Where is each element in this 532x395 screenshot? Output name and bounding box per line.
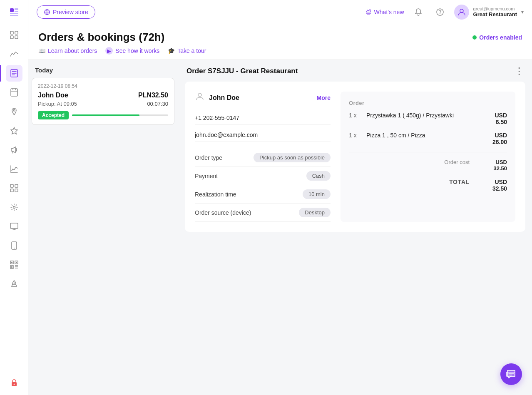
svg-rect-4 xyxy=(10,15,18,16)
page-links: 📖 Learn about orders ▶ See how it works … xyxy=(38,47,522,55)
take-tour-link[interactable]: 🎓 Take a tour xyxy=(168,47,206,54)
sidebar-item-chart[interactable] xyxy=(6,161,22,177)
order-item-row-2: 1 x Pizza 1 , 50 cm / Pizza USD26.00 xyxy=(349,132,507,145)
sidebar-item-tablet[interactable] xyxy=(6,237,22,254)
order-amount: PLN32.50 xyxy=(138,92,168,99)
order-total-row: TOTAL USD32.50 xyxy=(349,175,507,195)
main-area: Preview store What's new xyxy=(28,0,532,395)
sidebar-item-lock[interactable] xyxy=(6,374,22,391)
payment-value: Cash xyxy=(306,171,331,181)
body-area: Today 2022-12-19 08:54 John Doe PLN32.50… xyxy=(28,60,532,395)
payment-label: Payment xyxy=(195,173,218,179)
sidebar-item-dashboard[interactable] xyxy=(6,27,22,43)
page-header: Orders & bookings (72h) Orders enabled 📖… xyxy=(28,24,532,60)
user-name: Great Restaurant xyxy=(473,11,517,17)
item-2-name: Pizza 1 , 50 cm / Pizza xyxy=(366,132,487,139)
item-1-price: USD6.50 xyxy=(495,112,507,125)
order-detail-left: John Doe More +1 202-555-0147 john.doe@e… xyxy=(195,92,331,222)
order-timestamp: 2022-12-19 08:54 xyxy=(38,83,168,89)
notifications-button[interactable] xyxy=(411,5,426,20)
svg-point-48 xyxy=(460,9,463,12)
order-detail: Order S7SJJU - Great Restaurant ⋮ xyxy=(178,60,532,395)
payment-row: Payment Cash xyxy=(195,167,331,185)
sidebar-item-book[interactable] xyxy=(6,84,22,101)
svg-point-23 xyxy=(13,206,15,209)
customer-more-link[interactable]: More xyxy=(317,94,331,101)
order-customer-name: John Doe xyxy=(38,92,68,99)
sidebar xyxy=(0,0,28,395)
svg-rect-22 xyxy=(15,189,18,192)
user-menu[interactable]: great@upmenu.com Great Restaurant ▾ xyxy=(454,5,524,20)
svg-point-49 xyxy=(198,93,201,97)
svg-point-40 xyxy=(13,384,15,385)
order-timer: 00:07:30 xyxy=(147,101,168,107)
order-detail-title: Order S7SJJU - Great Restaurant xyxy=(186,67,298,75)
user-avatar xyxy=(454,5,469,20)
content-area: Orders & bookings (72h) Orders enabled 📖… xyxy=(28,24,532,395)
sidebar-item-qr[interactable] xyxy=(6,256,22,273)
orders-enabled-dot xyxy=(472,35,477,40)
whats-new-button[interactable]: What's new xyxy=(365,9,404,15)
svg-rect-24 xyxy=(10,223,18,229)
sidebar-item-analytics[interactable] xyxy=(6,46,22,62)
whats-new-label: What's new xyxy=(374,9,404,15)
svg-rect-8 xyxy=(15,36,18,39)
item-1-qty: 1 x xyxy=(349,112,361,119)
order-card[interactable]: 2022-12-19 08:54 John Doe PLN32.50 Picku… xyxy=(32,78,174,125)
svg-rect-6 xyxy=(15,31,18,34)
order-cost-value: USD32.50 xyxy=(482,159,507,171)
learn-about-orders-link[interactable]: 📖 Learn about orders xyxy=(38,47,97,54)
see-how-it-works-link[interactable]: ▶ See how it works xyxy=(105,47,159,55)
svg-rect-3 xyxy=(10,13,18,14)
customer-info: John Doe More xyxy=(195,92,331,104)
order-type-value: Pickup as soon as possible xyxy=(254,153,331,162)
customer-email: john.doe@example.com xyxy=(195,128,331,142)
order-status-badge: Accepted xyxy=(38,111,69,119)
svg-rect-7 xyxy=(10,36,13,39)
svg-rect-34 xyxy=(11,266,12,268)
customer-avatar-icon xyxy=(195,92,205,104)
chevron-down-icon: ▾ xyxy=(521,9,524,15)
sidebar-item-logo[interactable] xyxy=(6,4,22,21)
sidebar-item-star[interactable] xyxy=(6,122,22,139)
order-progress-fill xyxy=(72,114,139,116)
preview-store-button[interactable]: Preview store xyxy=(37,5,95,19)
item-1-name: Przystawka 1 ( 450g) / Przystawki xyxy=(366,112,490,119)
order-total-value: USD32.50 xyxy=(482,179,507,192)
tour-icon: 🎓 xyxy=(168,47,175,54)
sidebar-item-megaphone[interactable] xyxy=(6,142,22,158)
sidebar-item-rocket[interactable] xyxy=(6,276,22,292)
svg-rect-19 xyxy=(10,184,13,187)
order-type-row: Order type Pickup as soon as possible xyxy=(195,149,331,167)
svg-rect-33 xyxy=(16,262,17,263)
help-button[interactable] xyxy=(433,5,447,20)
preview-store-label: Preview store xyxy=(53,9,88,15)
order-items-section: Order 1 x Przystawka 1 ( 450g) / Przysta… xyxy=(341,92,515,222)
orders-list: Today 2022-12-19 08:54 John Doe PLN32.50… xyxy=(28,60,178,395)
svg-rect-13 xyxy=(11,89,17,96)
svg-marker-18 xyxy=(11,127,17,134)
learn-link-label: Learn about orders xyxy=(48,47,97,54)
svg-rect-2 xyxy=(15,11,18,12)
order-options-button[interactable]: ⋮ xyxy=(515,67,524,76)
order-detail-card: John Doe More +1 202-555-0147 john.doe@e… xyxy=(185,82,525,232)
orders-section-today: Today xyxy=(28,67,178,78)
customer-name-row: John Doe xyxy=(195,92,239,104)
svg-rect-20 xyxy=(15,184,18,187)
play-icon: ▶ xyxy=(105,47,113,55)
order-pickup: Pickup: At 09:05 xyxy=(38,101,77,107)
item-2-price: USD26.00 xyxy=(492,132,507,145)
sidebar-item-widgets[interactable] xyxy=(6,180,22,196)
sidebar-item-orders[interactable] xyxy=(6,65,22,82)
sidebar-item-settings[interactable] xyxy=(6,199,22,216)
chat-support-button[interactable] xyxy=(500,363,522,385)
item-2-qty: 1 x xyxy=(349,132,361,139)
svg-rect-1 xyxy=(15,8,18,10)
page-title: Orders & bookings (72h) xyxy=(38,31,164,44)
sidebar-item-monitor[interactable] xyxy=(6,218,22,235)
order-divider xyxy=(349,152,507,152)
orders-enabled-status: Orders enabled xyxy=(472,34,522,41)
see-link-label: See how it works xyxy=(115,47,159,54)
sidebar-item-location[interactable] xyxy=(6,103,22,120)
customer-phone: +1 202-555-0147 xyxy=(195,111,331,125)
